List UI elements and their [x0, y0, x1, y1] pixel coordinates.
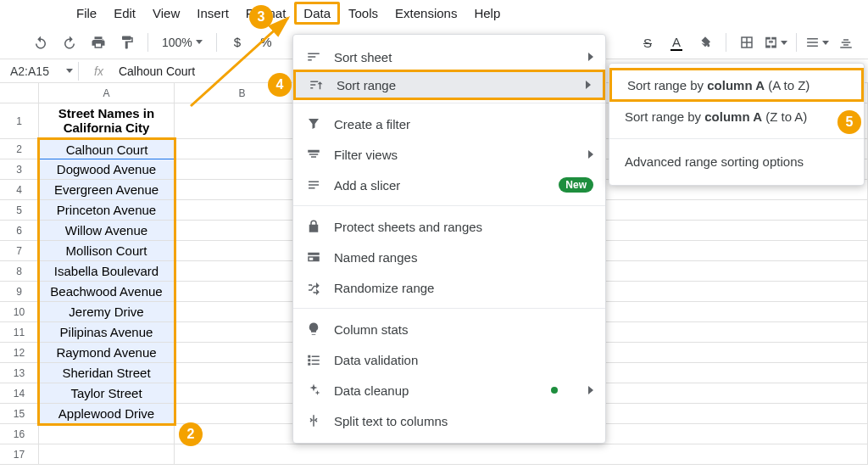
menu-protect-sheets[interactable]: Protect sheets and ranges: [293, 211, 605, 242]
cell[interactable]: Taylor Street: [39, 383, 175, 404]
print-icon: [91, 35, 106, 50]
text-color-button[interactable]: A: [665, 31, 688, 54]
cell[interactable]: Mollison Court: [39, 241, 175, 261]
row-header[interactable]: 8: [0, 261, 39, 282]
row-header[interactable]: 15: [0, 404, 39, 424]
menu-create-filter[interactable]: Create a filter: [293, 109, 605, 139]
formula-value[interactable]: Calhoun Court: [119, 64, 195, 78]
menu-add-slicer[interactable]: Add a slicer New: [293, 170, 605, 200]
row-header[interactable]: 5: [0, 200, 39, 221]
menu-named-ranges[interactable]: Named ranges: [293, 242, 605, 272]
align-button[interactable]: [805, 31, 829, 54]
menu-file[interactable]: File: [68, 3, 105, 24]
cell[interactable]: [39, 444, 175, 465]
menu-tools[interactable]: Tools: [340, 3, 387, 24]
print-button[interactable]: [86, 31, 110, 54]
menu-item-label: Data validation: [334, 353, 593, 367]
row-header[interactable]: 9: [0, 282, 39, 302]
menu-data-cleanup[interactable]: Data cleanup: [293, 375, 605, 405]
sort-range-icon: [308, 76, 325, 93]
align-icon: [805, 35, 820, 50]
cell[interactable]: Princeton Avenue: [39, 200, 175, 221]
menu-insert[interactable]: Insert: [188, 3, 237, 24]
row-header[interactable]: 11: [0, 322, 39, 343]
fx-label: fx: [94, 64, 103, 78]
sort-sheet-icon: [305, 48, 322, 65]
select-all-corner[interactable]: [0, 83, 39, 103]
annotation-badge-4: 4: [268, 73, 292, 97]
row-header[interactable]: 16: [0, 424, 39, 444]
cell[interactable]: Calhoun Court: [39, 139, 175, 159]
submenu-advanced-sort[interactable]: Advanced range sorting options: [609, 144, 864, 178]
menu-item-label: Create a filter: [334, 117, 593, 131]
menu-item-label: Sort sheet: [334, 50, 576, 64]
menu-sort-range[interactable]: Sort range: [293, 70, 605, 100]
menu-data-validation[interactable]: Data validation: [293, 344, 605, 375]
currency-button[interactable]: $: [225, 31, 249, 54]
row-header[interactable]: 3: [0, 159, 39, 180]
submenu-arrow-icon: [588, 386, 593, 394]
cell[interactable]: Applewood Drive: [39, 404, 175, 424]
menu-view[interactable]: View: [144, 3, 188, 24]
fill-color-button[interactable]: [693, 31, 717, 54]
annotation-badge-5: 5: [837, 110, 861, 134]
menu-item-label: Randomize range: [334, 281, 593, 295]
cell[interactable]: Raymond Avenue: [39, 343, 175, 363]
menu-randomize-range[interactable]: Randomize range: [293, 272, 605, 303]
cell[interactable]: Dogwood Avenue: [39, 159, 175, 180]
cell[interactable]: Pilipinas Avenue: [39, 322, 175, 343]
menu-item-label: Protect sheets and ranges: [334, 220, 593, 234]
zoom-selector[interactable]: 100%: [157, 36, 208, 49]
row-header[interactable]: 7: [0, 241, 39, 261]
cell[interactable]: [39, 424, 175, 444]
borders-button[interactable]: [735, 31, 759, 54]
row-header[interactable]: 4: [0, 180, 39, 200]
menu-column-stats[interactable]: Column stats: [293, 314, 605, 344]
valign-button[interactable]: [834, 31, 858, 54]
menu-data[interactable]: Data: [294, 2, 340, 25]
row-header[interactable]: 14: [0, 383, 39, 404]
undo-button[interactable]: [29, 31, 53, 54]
redo-button[interactable]: [58, 31, 81, 54]
percent-button[interactable]: %: [254, 31, 278, 54]
chevron-down-icon: [66, 69, 73, 73]
menu-extensions[interactable]: Extensions: [387, 3, 465, 24]
row-header[interactable]: 2: [0, 139, 39, 159]
row-header[interactable]: 10: [0, 302, 39, 322]
row-header[interactable]: 6: [0, 221, 39, 241]
menu-item-label: Sort range by column A (Z to A): [625, 109, 807, 124]
cell[interactable]: Jeremy Drive: [39, 302, 175, 322]
menu-item-label: Column stats: [334, 322, 593, 337]
cell[interactable]: Isabella Boulevard: [39, 261, 175, 282]
row-header[interactable]: 1: [0, 103, 39, 139]
cell[interactable]: [175, 444, 868, 465]
row-header[interactable]: 17: [0, 444, 39, 465]
menu-split-text[interactable]: Split text to columns: [293, 405, 605, 436]
menu-help[interactable]: Help: [465, 3, 509, 24]
cell[interactable]: Evergreen Avenue: [39, 180, 175, 200]
cell[interactable]: Sheridan Street: [39, 363, 175, 383]
strikethrough-button[interactable]: S: [636, 31, 659, 54]
menu-sort-sheet[interactable]: Sort sheet: [293, 42, 605, 72]
menu-item-label: Split text to columns: [334, 414, 593, 428]
row-header[interactable]: 13: [0, 363, 39, 383]
submenu-sort-za[interactable]: Sort range by column A (Z to A): [609, 99, 864, 133]
submenu-sort-az[interactable]: Sort range by column A (A to Z): [609, 68, 864, 102]
cell-a1[interactable]: Street Names in California City: [39, 103, 175, 139]
menu-filter-views[interactable]: Filter views: [293, 139, 605, 170]
row-header[interactable]: 12: [0, 343, 39, 363]
menu-item-label: Add a slicer: [334, 178, 547, 193]
submenu-arrow-icon: [588, 53, 593, 61]
format-paint-button[interactable]: [115, 31, 139, 54]
cell[interactable]: Willow Avenue: [39, 221, 175, 241]
lock-icon: [305, 218, 322, 235]
format-paint-icon: [120, 35, 135, 50]
name-box[interactable]: A2:A15: [0, 64, 78, 78]
filter-icon: [305, 115, 322, 132]
merge-cells-button[interactable]: [764, 31, 787, 54]
merge-icon: [764, 35, 778, 50]
name-box-value: A2:A15: [10, 64, 49, 78]
cell[interactable]: Beachwood Avenue: [39, 282, 175, 302]
col-header-a[interactable]: A: [39, 83, 175, 103]
menu-edit[interactable]: Edit: [105, 3, 144, 24]
